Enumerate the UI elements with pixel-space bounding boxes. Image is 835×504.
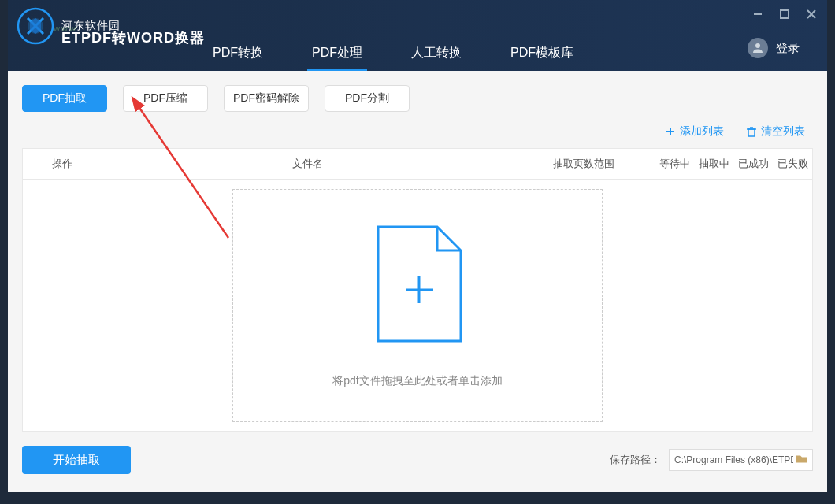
drop-zone[interactable]: 将pdf文件拖拽至此处或者单击添加 <box>232 189 603 422</box>
app-window: 河东软件园 www ETPDF转WORD换器 登录 PDF转换 PDF处理 <box>8 0 827 492</box>
close-button[interactable] <box>805 8 818 20</box>
login-button[interactable]: 登录 <box>748 38 800 58</box>
content-area: PDF抽取 PDF压缩 PDF密码解除 PDF分割 添加列表 清空列表 操作 文… <box>8 71 827 492</box>
app-title: ETPDF转WORD换器 <box>61 28 205 47</box>
save-path-input[interactable] <box>669 449 813 471</box>
th-operation: 操作 <box>23 157 102 171</box>
subtab-pdf-extract[interactable]: PDF抽取 <box>22 85 107 112</box>
logo-icon <box>16 6 55 46</box>
svg-point-6 <box>755 43 760 48</box>
bottom-bar: 开始抽取 保存路径： <box>22 446 813 474</box>
login-text: 登录 <box>776 41 800 56</box>
sub-tabs: PDF抽取 PDF压缩 PDF密码解除 PDF分割 <box>22 85 813 112</box>
add-list-button[interactable]: 添加列表 <box>665 124 724 139</box>
drop-zone-container: 将pdf文件拖拽至此处或者单击添加 <box>22 180 813 432</box>
file-add-icon <box>366 223 469 352</box>
subtab-pdf-split[interactable]: PDF分割 <box>325 85 410 112</box>
list-actions: 添加列表 清空列表 <box>22 124 813 139</box>
svg-rect-3 <box>781 10 789 18</box>
window-controls <box>752 8 818 20</box>
start-extract-button[interactable]: 开始抽取 <box>22 446 131 474</box>
save-path-area: 保存路径： <box>610 449 813 471</box>
th-filename: 文件名 <box>102 157 513 171</box>
main-tabs: PDF转换 PDF处理 人工转换 PDF模板库 <box>213 45 573 71</box>
th-success: 已成功 <box>733 157 773 171</box>
minimize-button[interactable] <box>752 8 764 20</box>
table-header: 操作 文件名 抽取页数范围 等待中 抽取中 已成功 已失败 <box>22 148 813 180</box>
tab-pdf-convert[interactable]: PDF转换 <box>213 45 263 71</box>
titlebar: 河东软件园 www ETPDF转WORD换器 登录 PDF转换 PDF处理 <box>8 0 827 71</box>
subtab-pdf-password-remove[interactable]: PDF密码解除 <box>224 85 309 112</box>
tab-manual-convert[interactable]: 人工转换 <box>411 45 462 71</box>
trash-icon <box>746 126 757 137</box>
folder-browse-icon[interactable] <box>796 454 808 467</box>
clear-list-label: 清空列表 <box>761 124 805 139</box>
maximize-button[interactable] <box>778 8 791 20</box>
avatar-icon <box>748 38 768 58</box>
subtab-pdf-compress[interactable]: PDF压缩 <box>123 85 208 112</box>
th-failed: 已失败 <box>773 157 812 171</box>
clear-list-button[interactable]: 清空列表 <box>746 124 805 139</box>
svg-rect-9 <box>748 129 755 136</box>
th-waiting: 等待中 <box>655 157 694 171</box>
tab-pdf-templates[interactable]: PDF模板库 <box>510 45 573 71</box>
th-page-range: 抽取页数范围 <box>513 157 655 171</box>
save-path-label: 保存路径： <box>610 453 661 467</box>
th-extracting: 抽取中 <box>694 157 733 171</box>
drop-zone-text: 将pdf文件拖拽至此处或者单击添加 <box>332 374 502 388</box>
tab-pdf-process[interactable]: PDF处理 <box>312 45 362 71</box>
plus-icon <box>665 126 676 137</box>
add-list-label: 添加列表 <box>680 124 724 139</box>
